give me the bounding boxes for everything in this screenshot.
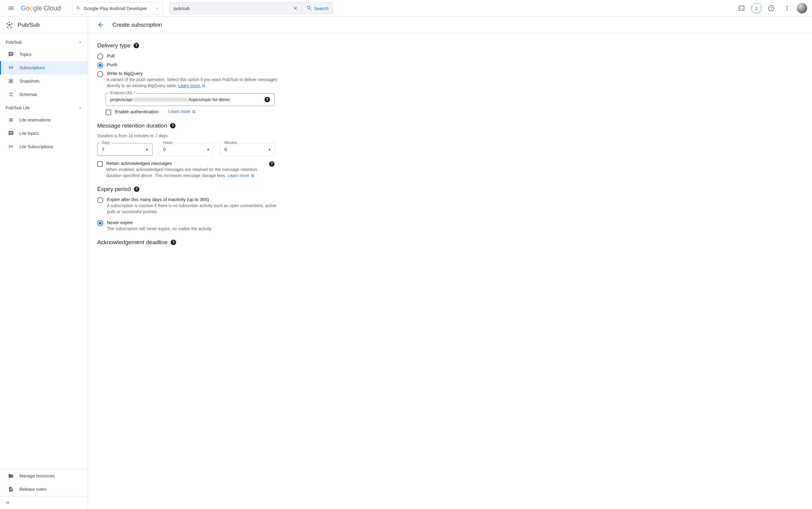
arrow-back-icon xyxy=(97,21,104,29)
svg-point-1 xyxy=(78,7,79,8)
svg-rect-20 xyxy=(9,121,13,122)
sidebar-item-lite-subscriptions[interactable]: Lite Subscriptions xyxy=(0,140,88,154)
trial-count: 1 xyxy=(755,6,757,11)
manage-resources-icon xyxy=(8,473,14,479)
radio-write-bigquery[interactable]: Write to BigQuery A variant of the push … xyxy=(97,71,803,89)
help-icon: ? xyxy=(768,5,775,11)
lite-subscriptions-icon xyxy=(8,144,14,150)
logo-cloud-text: Cloud xyxy=(43,4,61,12)
select-value: 0 xyxy=(163,147,207,152)
nav-group-pubsub[interactable]: Pub/Sub xyxy=(0,36,88,48)
enable-auth-checkbox[interactable] xyxy=(106,110,111,115)
radio-button-icon xyxy=(97,62,103,68)
searchbox: Search xyxy=(169,2,333,14)
select-value: 0 xyxy=(224,147,269,152)
retention-selects: Days 7 ▾ Hours 0 ▾ Minutes 0 ▾ xyxy=(97,143,803,156)
lite-reservations-icon xyxy=(8,117,14,123)
svg-point-9 xyxy=(786,8,788,9)
project-picker[interactable]: Google Play Android Developer xyxy=(72,2,163,14)
retain-learn-more-link[interactable]: Learn more ⧉ xyxy=(227,173,254,178)
sidebar-item-snapshots[interactable]: Snapshots xyxy=(0,74,88,88)
search-input-area xyxy=(170,6,289,11)
bigquery-learn-more-link[interactable]: Learn more ⧉ xyxy=(178,83,205,88)
nav-group-label: Pub/Sub Lite xyxy=(5,105,30,110)
endpoint-help-icon[interactable]: ? xyxy=(264,97,270,102)
account-avatar[interactable] xyxy=(797,3,807,13)
topics-icon xyxy=(8,51,14,58)
ack-heading: Acknowledgement deadline ? xyxy=(97,239,803,246)
retain-description: When enabled, acknowledged messages are … xyxy=(106,166,266,179)
radio-pull[interactable]: Pull xyxy=(97,53,803,60)
endpoint-value-prefix: projects/api- xyxy=(110,97,133,102)
sidebar-item-label: Lite Subscriptions xyxy=(20,144,53,149)
sidebar-item-subscriptions[interactable]: Subscriptions xyxy=(0,61,88,74)
section-heading-text: Message retention duration xyxy=(97,123,167,129)
chevron-up-icon xyxy=(78,40,82,44)
google-cloud-logo[interactable]: Google Cloud xyxy=(21,4,61,12)
endpoint-url-field[interactable]: Endpoint URL * projects/api-000000000000… xyxy=(106,93,275,106)
section-heading-text: Acknowledgement deadline xyxy=(97,239,168,246)
sidebar-footer: Manage resources Release notes xyxy=(0,469,88,496)
expiry-help-icon[interactable]: ? xyxy=(134,186,139,192)
radio-label: Push xyxy=(107,62,117,67)
cloud-shell-button[interactable] xyxy=(736,2,748,14)
sidebar-item-label: Schemas xyxy=(20,92,37,97)
topbar: Google Cloud Google Play Android Develop… xyxy=(0,0,812,17)
svg-point-0 xyxy=(76,7,77,8)
sidebar-item-manage-resources[interactable]: Manage resources xyxy=(0,469,88,483)
days-select[interactable]: Days 7 ▾ xyxy=(97,143,152,156)
retain-ack-checkbox[interactable] xyxy=(97,161,103,167)
radio-label: Expire after this many days of inactivit… xyxy=(107,197,280,202)
radio-description: A subscription is inactive if there is n… xyxy=(107,203,280,215)
sidebar-item-lite-topics[interactable]: Lite topics xyxy=(0,127,88,140)
radio-button-icon xyxy=(97,220,103,226)
help-button[interactable]: ? xyxy=(765,2,777,14)
clear-search-button[interactable] xyxy=(289,2,302,14)
retain-help-icon[interactable]: ? xyxy=(269,161,275,167)
svg-rect-18 xyxy=(10,80,12,82)
radio-description: A variant of the push operation. Select … xyxy=(107,76,280,89)
schemas-icon xyxy=(8,92,14,98)
search-button[interactable]: Search xyxy=(302,5,333,11)
delivery-type-help-icon[interactable]: ? xyxy=(134,43,139,48)
sidebar-item-release-notes[interactable]: Release notes xyxy=(0,483,88,496)
radio-button-icon xyxy=(97,71,103,77)
sidebar-item-label: Lite topics xyxy=(20,131,39,136)
radio-never-expire[interactable]: Never expire The subscription will never… xyxy=(97,220,803,232)
retention-help-icon[interactable]: ? xyxy=(170,123,176,129)
radio-push[interactable]: Push xyxy=(97,62,803,68)
hamburger-icon xyxy=(8,5,14,11)
field-legend: Endpoint URL * xyxy=(109,91,136,95)
sidebar-collapse-button[interactable] xyxy=(0,496,88,509)
project-picker-icon xyxy=(76,6,81,11)
svg-point-3 xyxy=(78,8,79,9)
sidebar: Pub/Sub Pub/Sub Topics Subscriptions Sna… xyxy=(0,17,88,509)
search-input[interactable] xyxy=(174,6,285,11)
chevron-down-icon xyxy=(155,6,159,10)
svg-point-8 xyxy=(786,6,788,7)
chevron-down-icon: ▾ xyxy=(207,147,209,152)
nav-group-pubsub-lite[interactable]: Pub/Sub Lite xyxy=(0,101,88,113)
nav-scroll: Pub/Sub Topics Subscriptions Snapshots S… xyxy=(0,33,88,469)
sidebar-item-label: Snapshots xyxy=(20,79,39,83)
nav-menu-button[interactable] xyxy=(5,2,17,14)
free-trial-badge[interactable]: 1 xyxy=(751,3,762,13)
lite-topics-icon xyxy=(8,130,14,136)
svg-text:?: ? xyxy=(770,6,773,11)
hours-select[interactable]: Hours 0 ▾ xyxy=(158,143,214,156)
minutes-select[interactable]: Minutes 0 ▾ xyxy=(220,143,275,156)
enable-auth-learn-more-link[interactable]: Learn more ⧉ xyxy=(168,109,195,114)
section-heading-text: Delivery type xyxy=(97,42,131,49)
subscriptions-icon xyxy=(8,65,14,71)
svg-point-13 xyxy=(11,23,12,24)
ack-help-icon[interactable]: ? xyxy=(171,240,176,245)
svg-point-16 xyxy=(10,26,11,28)
sidebar-item-lite-reservations[interactable]: Lite reservations xyxy=(0,113,88,127)
radio-label: Write to BigQuery xyxy=(107,71,280,76)
more-button[interactable] xyxy=(781,2,793,14)
radio-expire-days[interactable]: Expire after this many days of inactivit… xyxy=(97,197,803,215)
sidebar-item-topics[interactable]: Topics xyxy=(0,48,88,61)
radio-label: Pull xyxy=(107,53,114,58)
back-button[interactable] xyxy=(95,20,106,30)
sidebar-item-schemas[interactable]: Schemas xyxy=(0,88,88,101)
